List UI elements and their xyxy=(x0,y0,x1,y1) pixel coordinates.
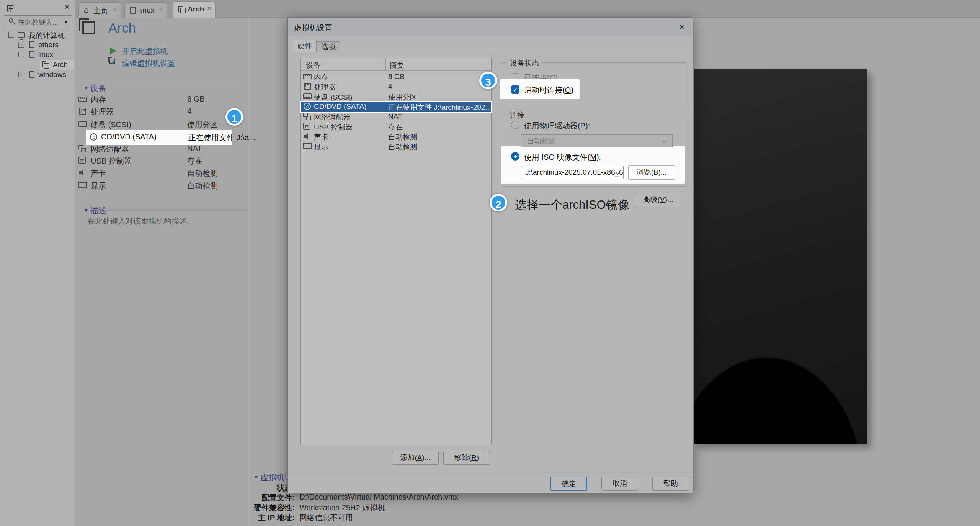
detail-label: 主 IP 地址: xyxy=(234,513,295,523)
tab-home[interactable]: ⌂ 主页 × xyxy=(78,2,121,18)
description-placeholder[interactable]: 在此处键入对该虚拟机的描述。 xyxy=(87,216,194,226)
library-close-icon[interactable]: × xyxy=(64,2,70,12)
library-panel: 库 × 在此处键入... ▼ − 我的计算机 + others − linux … xyxy=(0,0,75,526)
cpu-icon xyxy=(79,108,86,115)
physical-drive-label[interactable]: 使用物理驱动器(P): xyxy=(524,121,590,131)
connect-at-power-on-label[interactable]: 启动时连接(O) xyxy=(524,85,573,95)
edit-settings-icon xyxy=(109,59,115,64)
tab-label: 主页 xyxy=(93,6,108,16)
tab-close-icon[interactable]: × xyxy=(113,6,117,14)
iso-image-radio[interactable] xyxy=(511,152,519,161)
tab-linux[interactable]: linux × xyxy=(124,2,167,18)
physical-drive-select[interactable]: 自动检测 xyxy=(521,134,673,147)
tree-item-linux[interactable]: − linux xyxy=(0,50,75,60)
dialog-titlebar[interactable]: 虚拟机设置 × xyxy=(288,18,693,36)
tree-item-windows[interactable]: + windows xyxy=(0,70,75,80)
device-row-display[interactable]: 显示自动检测 xyxy=(75,181,244,191)
physical-drive-radio[interactable] xyxy=(511,121,519,129)
annotation-step-2-text: 选择一个archISO镜像 xyxy=(515,197,630,213)
device-row-sound[interactable]: 声卡自动检测 xyxy=(75,168,244,178)
tab-options[interactable]: 选项 xyxy=(317,41,340,52)
ok-button[interactable]: 确定 xyxy=(550,477,587,491)
sound-icon xyxy=(303,133,312,140)
column-header-summary[interactable]: 摘要 xyxy=(389,61,404,70)
table-row-cpu[interactable]: 处理器4 xyxy=(301,82,491,92)
tree-item-my-computer[interactable]: − 我的计算机 xyxy=(0,30,75,40)
cd-icon xyxy=(90,133,97,141)
table-row-display[interactable]: 显示自动检测 xyxy=(301,142,491,152)
expand-icon[interactable]: + xyxy=(18,72,24,77)
device-row-disk[interactable]: 硬盘 (SCSI)使用分区 xyxy=(75,120,244,129)
device-row-network[interactable]: 网络适配器NAT xyxy=(75,144,244,154)
tree-item-others[interactable]: + others xyxy=(0,40,75,50)
vm-screen-preview[interactable] xyxy=(694,69,867,444)
search-dropdown-icon[interactable]: ▼ xyxy=(63,19,69,25)
table-row-usb[interactable]: ⇄ USB 控制器存在 xyxy=(301,122,491,132)
usb-icon: ⇄ xyxy=(303,123,310,130)
disk-icon xyxy=(78,121,87,127)
divider xyxy=(106,88,247,88)
tab-label: Arch xyxy=(188,5,204,13)
column-header-device[interactable]: 设备 xyxy=(306,61,320,70)
iso-image-label[interactable]: 使用 ISO 映像文件(M): xyxy=(524,152,601,162)
tab-hardware[interactable]: 硬件 xyxy=(293,40,317,52)
add-button[interactable]: 添加(A)... xyxy=(392,451,439,465)
table-row-sound[interactable]: 声卡自动检测 xyxy=(301,132,491,142)
edit-settings-link[interactable]: 编辑虚拟机设置 xyxy=(122,58,175,69)
iso-path-select[interactable]: J:\archlinux-2025.07.01-x86_6 xyxy=(521,166,624,179)
divider xyxy=(288,472,693,472)
tree-item-label: Arch xyxy=(53,61,68,69)
hardware-table: 设备 摘要 内存8 GB 处理器4 硬盘 (SCSI)使用分区 CD/DVD (… xyxy=(300,58,492,445)
power-on-link[interactable]: 开启此虚拟机 xyxy=(122,46,168,57)
vm-icon xyxy=(180,8,186,13)
browse-button[interactable]: 浏览(B)... xyxy=(628,165,675,180)
group-label: 设备状态 xyxy=(507,58,542,68)
table-row-disk[interactable]: 硬盘 (SCSI)使用分区 xyxy=(301,92,491,102)
close-icon[interactable]: × xyxy=(679,22,684,33)
memory-icon xyxy=(78,97,87,102)
device-row-cddvd-highlighted[interactable]: CD/DVD (SATA)正在使用文件 J:\a... xyxy=(87,130,232,145)
table-row-cddvd-selected[interactable]: CD/DVD (SATA)正在使用文件 J:\archlinux-202... xyxy=(301,102,491,112)
table-row-memory[interactable]: 内存8 GB xyxy=(301,72,491,82)
detail-value: 网络信息不可用 xyxy=(299,513,353,523)
device-row-cpu[interactable]: 处理器4 xyxy=(75,107,244,117)
vmware-workstation-window: 库 × 在此处键入... ▼ − 我的计算机 + others − linux … xyxy=(0,0,980,526)
network-icon xyxy=(303,113,312,120)
cancel-button[interactable]: 取消 xyxy=(601,477,638,491)
vm-icon-large xyxy=(82,21,95,34)
tree-item-label: others xyxy=(38,41,59,49)
home-icon: ⌂ xyxy=(83,5,88,15)
folder-icon xyxy=(29,51,34,58)
vm-icon xyxy=(44,63,49,69)
tab-arch[interactable]: Arch × xyxy=(173,1,216,18)
file-icon xyxy=(130,7,136,14)
devices-section-header[interactable]: ▼设备 xyxy=(83,83,106,93)
advanced-button[interactable]: 高级(V)... xyxy=(635,193,681,206)
memory-icon xyxy=(303,74,312,79)
tab-close-icon[interactable]: × xyxy=(159,6,163,14)
connect-at-power-on-checkbox[interactable]: ✓ xyxy=(511,85,519,94)
folder-icon xyxy=(29,41,34,48)
library-search-input[interactable]: 在此处键入... ▼ xyxy=(4,15,72,28)
tab-close-icon[interactable]: × xyxy=(207,5,211,13)
remove-button[interactable]: 移除(R) xyxy=(443,451,490,465)
collapse-icon[interactable]: − xyxy=(8,32,14,38)
annotation-step-1: 1 xyxy=(225,108,243,126)
column-divider[interactable] xyxy=(385,58,386,70)
detail-value: Workstation 25H2 虚拟机 xyxy=(299,503,385,513)
tree-item-arch[interactable]: Arch xyxy=(40,60,74,70)
description-section-header[interactable]: ▼描述 xyxy=(83,205,106,216)
detail-value: D:\Documents\Virtual Machines\Arch\Arch.… xyxy=(299,493,458,501)
collapse-icon[interactable]: − xyxy=(18,52,24,57)
expand-icon[interactable]: + xyxy=(18,42,24,48)
table-row-network[interactable]: 网络适配器NAT xyxy=(301,112,491,122)
display-icon xyxy=(303,143,312,149)
detail-label: 配置文件: xyxy=(234,493,295,503)
display-icon xyxy=(78,182,87,188)
computer-icon xyxy=(18,32,25,38)
device-row-memory[interactable]: 内存8 GB xyxy=(75,95,244,105)
divider xyxy=(106,210,247,211)
help-button[interactable]: 帮助 xyxy=(652,477,689,491)
device-row-usb[interactable]: ⇄ USB 控制器存在 xyxy=(75,156,244,166)
tab-label: linux xyxy=(139,6,154,15)
